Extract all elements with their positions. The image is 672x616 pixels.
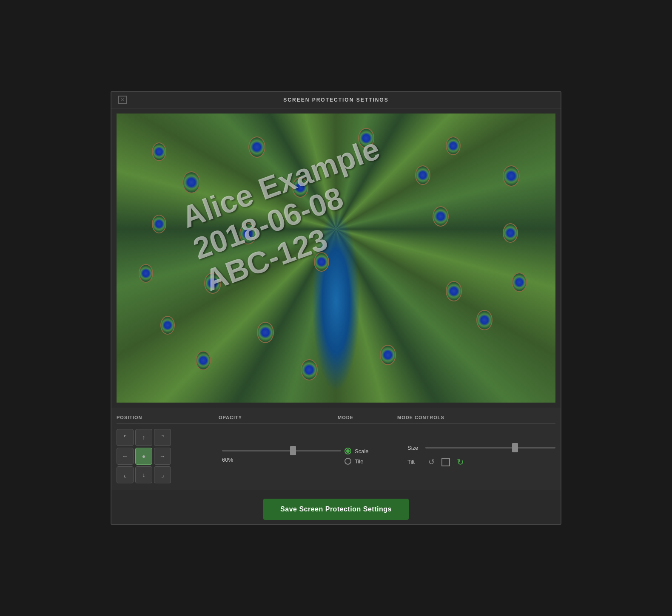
tilt-controls: ↺ ↻ xyxy=(425,456,466,468)
mode-tile-radio[interactable] xyxy=(345,458,351,465)
pos-bottom-right[interactable]: ⌟ xyxy=(154,466,171,483)
mode-header: MODE xyxy=(338,415,397,420)
opacity-header: OPACITY xyxy=(219,415,338,420)
window-title: SCREEN PROTECTION SETTINGS xyxy=(283,97,388,103)
mode-tile-option[interactable]: Tile xyxy=(345,458,404,465)
save-button[interactable]: Save Screen Protection Settings xyxy=(263,499,409,520)
opacity-section: 60% xyxy=(222,450,341,463)
eye-spots-layer xyxy=(117,114,555,403)
controls-header: POSITION OPACITY MODE MODE CONTROLS xyxy=(117,415,555,424)
mode-controls-section: Size Tilt ↺ ↻ xyxy=(407,445,555,468)
tilt-ccw-button[interactable]: ↺ xyxy=(425,456,437,468)
pos-top-center[interactable]: ↑ xyxy=(135,429,152,446)
tilt-cw-button[interactable]: ↻ xyxy=(454,456,466,468)
size-slider[interactable] xyxy=(425,447,555,449)
titlebar: ✕ SCREEN PROTECTION SETTINGS xyxy=(111,92,561,108)
pos-top-right[interactable]: ⌝ xyxy=(154,429,171,446)
opacity-value: 60% xyxy=(222,457,341,463)
pos-bottom-left[interactable]: ⌞ xyxy=(117,466,134,483)
tilt-square-button[interactable] xyxy=(441,458,450,466)
position-header: POSITION xyxy=(117,415,219,420)
size-label: Size xyxy=(407,445,420,451)
close-button[interactable]: ✕ xyxy=(118,96,127,104)
size-row: Size xyxy=(407,445,555,451)
controls-area: POSITION OPACITY MODE MODE CONTROLS ⌜ ↑ … xyxy=(111,408,561,490)
mode-controls-header: MODE CONTROLS xyxy=(397,415,555,420)
position-grid: ⌜ ↑ ⌝ ← ● → ⌞ ↓ ⌟ xyxy=(117,429,219,483)
preview-area: Alice Example 2018-06-08 ABC-123 xyxy=(117,114,555,403)
tilt-row: Tilt ↺ ↻ xyxy=(407,456,555,468)
pos-top-left[interactable]: ⌜ xyxy=(117,429,134,446)
mode-section: Scale Tile xyxy=(345,448,404,465)
main-window: ✕ SCREEN PROTECTION SETTINGS xyxy=(111,91,561,525)
save-area: Save Screen Protection Settings xyxy=(111,490,561,524)
mode-tile-label: Tile xyxy=(355,458,363,465)
controls-body: ⌜ ↑ ⌝ ← ● → ⌞ ↓ ⌟ 60% xyxy=(117,429,555,483)
opacity-slider-container xyxy=(222,450,341,451)
pos-middle-left[interactable]: ← xyxy=(117,448,134,465)
mode-scale-option[interactable]: Scale xyxy=(345,448,404,454)
pos-middle-center[interactable]: ● xyxy=(135,448,152,465)
watermark-text: Alice Example 2018-06-08 ABC-123 xyxy=(177,132,407,298)
mode-scale-radio[interactable] xyxy=(345,448,351,454)
mode-scale-label: Scale xyxy=(355,448,369,454)
pos-bottom-center[interactable]: ↓ xyxy=(135,466,152,483)
opacity-slider[interactable] xyxy=(222,450,341,451)
tilt-label: Tilt xyxy=(407,459,420,465)
pos-middle-right[interactable]: → xyxy=(154,448,171,465)
peacock-image: Alice Example 2018-06-08 ABC-123 xyxy=(117,114,555,403)
